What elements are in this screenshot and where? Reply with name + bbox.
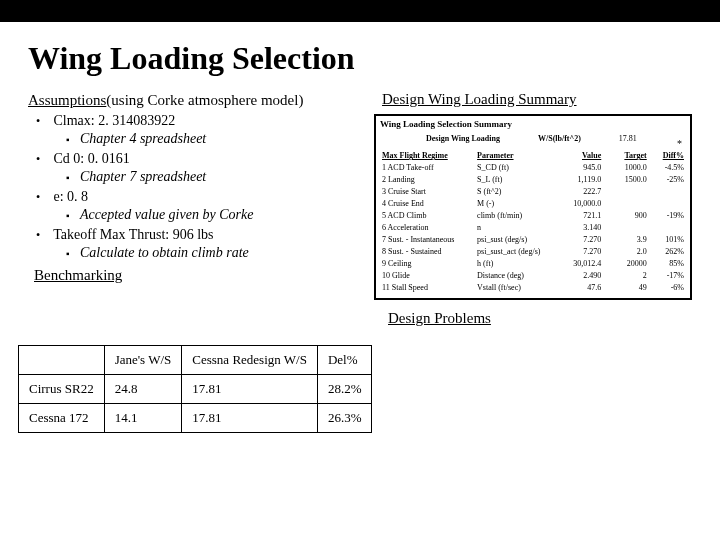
bench-cell: 17.81 (182, 404, 318, 433)
wls-cell: h (ft) (475, 258, 558, 270)
table-row: 8 Sust. - Sustainedpsi_sust_act (deg/s)7… (380, 246, 686, 258)
wls-cell: -6% (649, 282, 686, 294)
table-row: 4 Cruise EndM (-)10,000.0 (380, 198, 686, 210)
table-row: 6 Accelerationn3.140 (380, 222, 686, 234)
item-sub: Accepted value given by Corke (80, 207, 370, 223)
table-row: 3 Cruise StartS (ft^2)222.7 (380, 186, 686, 198)
wls-cell (649, 198, 686, 210)
col-parameter: Parameter (475, 150, 558, 162)
wls-summary-box: Wing Loading Selection Summary Design Wi… (374, 114, 692, 300)
table-row: 10 GlideDistance (deg)2.4902-17% (380, 270, 686, 282)
col-value: Value (558, 150, 603, 162)
list-item: Clmax: 2. 314083922 Chapter 4 spreadshee… (50, 113, 370, 147)
wls-cell (603, 222, 648, 234)
wls-header-row: Max Flight Regime Parameter Value Target… (380, 150, 686, 162)
bench-cell: 28.2% (317, 375, 372, 404)
item-text: Clmax: 2. 314083922 (54, 113, 176, 128)
wls-cell: 3.140 (558, 222, 603, 234)
wls-cell: S (ft^2) (475, 186, 558, 198)
wls-cell: 20000 (603, 258, 648, 270)
design-problems-heading: Design Problems (388, 310, 692, 327)
wls-cell (603, 198, 648, 210)
wls-cell: S_L (ft) (475, 174, 558, 186)
wls-cell: 10 Glide (380, 270, 475, 282)
wls-box-title: Wing Loading Selection Summary (380, 119, 686, 130)
item-sub: Chapter 4 spreadsheet (80, 131, 370, 147)
wls-cell: 2.490 (558, 270, 603, 282)
bench-cell: Cirrus SR22 (19, 375, 105, 404)
star-marker: * (677, 138, 682, 151)
wls-cell (649, 186, 686, 198)
wls-cell: 900 (603, 210, 648, 222)
wls-ws-label: W/S(lb/ft^2) (538, 134, 581, 144)
wls-cell: 721.1 (558, 210, 603, 222)
wls-cell: 85% (649, 258, 686, 270)
wls-ws-value: 17.81 (619, 134, 637, 144)
wls-cell: 222.7 (558, 186, 603, 198)
wls-cell: 47.6 (558, 282, 603, 294)
table-row: 7 Sust. - Instantaneouspsi_sust (deg/s)7… (380, 234, 686, 246)
list-item: e: 0. 8 Accepted value given by Corke (50, 189, 370, 223)
wls-cell: 7.270 (558, 246, 603, 258)
wls-cell: 9 Ceiling (380, 258, 475, 270)
wls-cell: climb (ft/min) (475, 210, 558, 222)
wls-cell: -17% (649, 270, 686, 282)
bench-cell: Cessna 172 (19, 404, 105, 433)
table-row: 2 LandingS_L (ft)1,119.01500.0-25% (380, 174, 686, 186)
wls-cell: Distance (deg) (475, 270, 558, 282)
wls-cell: -19% (649, 210, 686, 222)
table-row: Cessna 172 14.1 17.81 26.3% (19, 404, 372, 433)
wls-cell: 262% (649, 246, 686, 258)
assumptions-subtext: (using Corke atmosphere model) (106, 92, 303, 108)
wls-cell: psi_sust_act (deg/s) (475, 246, 558, 258)
wls-cell: 3 Cruise Start (380, 186, 475, 198)
item-text: Cd 0: 0. 0161 (54, 151, 130, 166)
wls-cell: 2.0 (603, 246, 648, 258)
table-row: 1 ACD Take-offS_CD (ft)945.01000.0-4.5% (380, 162, 686, 174)
wls-cell: 1000.0 (603, 162, 648, 174)
wls-cell: Vstall (ft/sec) (475, 282, 558, 294)
item-text: Takeoff Max Thrust: 906 lbs (53, 227, 213, 242)
wls-cell: 10,000.0 (558, 198, 603, 210)
table-row: 5 ACD Climbclimb (ft/min)721.1900-19% (380, 210, 686, 222)
bench-cell: 24.8 (104, 375, 182, 404)
wls-table: Max Flight Regime Parameter Value Target… (380, 150, 686, 294)
wls-cell: 1 ACD Take-off (380, 162, 475, 174)
list-item: Cd 0: 0. 0161 Chapter 7 spreadsheet (50, 151, 370, 185)
bench-cell: 17.81 (182, 375, 318, 404)
table-row: Cirrus SR22 24.8 17.81 28.2% (19, 375, 372, 404)
bench-h2: Cessna Redesign W/S (182, 346, 318, 375)
wls-cell: S_CD (ft) (475, 162, 558, 174)
col-diff: Diff% (649, 150, 686, 162)
bench-h3: Del% (317, 346, 372, 375)
wls-cell: 945.0 (558, 162, 603, 174)
list-item: Takeoff Max Thrust: 906 lbs Calculate to… (50, 227, 370, 261)
table-row: 9 Ceilingh (ft)30,012.42000085% (380, 258, 686, 270)
wls-cell (603, 186, 648, 198)
assumptions-heading: Assumptions (28, 92, 106, 108)
wls-cell: 1500.0 (603, 174, 648, 186)
page-title: Wing Loading Selection (28, 40, 692, 77)
wls-cell: 6 Acceleration (380, 222, 475, 234)
wls-cell: -4.5% (649, 162, 686, 174)
bench-cell: 14.1 (104, 404, 182, 433)
item-sub: Calculate to obtain climb rate (80, 245, 370, 261)
wls-cell: 11 Stall Speed (380, 282, 475, 294)
wls-cell: 8 Sust. - Sustained (380, 246, 475, 258)
wls-cell: 7.270 (558, 234, 603, 246)
wls-cell: 30,012.4 (558, 258, 603, 270)
wls-cell: n (475, 222, 558, 234)
top-black-bar (0, 0, 720, 22)
summary-section: Design Wing Loading Summary Wing Loading… (374, 91, 692, 327)
col-regime: Max Flight Regime (380, 150, 475, 162)
wls-cell: 101% (649, 234, 686, 246)
wls-cell: psi_sust (deg/s) (475, 234, 558, 246)
wls-cell: 3.9 (603, 234, 648, 246)
wls-cell: 2 Landing (380, 174, 475, 186)
wls-cell: 4 Cruise End (380, 198, 475, 210)
col-target: Target (603, 150, 648, 162)
wls-cell: 7 Sust. - Instantaneous (380, 234, 475, 246)
wls-cell: M (-) (475, 198, 558, 210)
bench-cell: 26.3% (317, 404, 372, 433)
bench-header-row: Jane's W/S Cessna Redesign W/S Del% (19, 346, 372, 375)
